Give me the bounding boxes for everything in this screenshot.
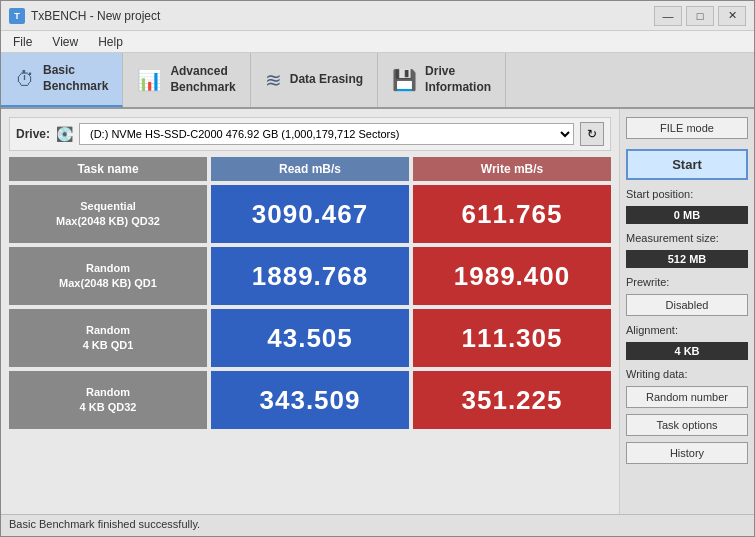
content-area: Drive: 💽 (D:) NVMe HS-SSD-C2000 476.92 G… xyxy=(1,109,754,514)
row2-write: 1989.400 xyxy=(413,247,611,305)
title-bar-left: T TxBENCH - New project xyxy=(9,8,160,24)
menu-file[interactable]: File xyxy=(9,34,36,50)
start-position-label: Start position: xyxy=(626,188,748,200)
title-bar: T TxBENCH - New project — □ ✕ xyxy=(1,1,754,31)
row2-read: 1889.768 xyxy=(211,247,409,305)
sidebar: FILE mode Start Start position: 0 MB Mea… xyxy=(619,109,754,514)
menu-view[interactable]: View xyxy=(48,34,82,50)
data-erasing-label: Data Erasing xyxy=(290,72,363,88)
row1-write: 611.765 xyxy=(413,185,611,243)
row1-name: SequentialMax(2048 KB) QD32 xyxy=(9,185,207,243)
row4-write: 351.225 xyxy=(413,371,611,429)
row3-read: 43.505 xyxy=(211,309,409,367)
basic-benchmark-label: BasicBenchmark xyxy=(43,63,108,94)
benchmark-table: Task name Read mB/s Write mB/s Sequentia… xyxy=(9,157,611,506)
drive-row: Drive: 💽 (D:) NVMe HS-SSD-C2000 476.92 G… xyxy=(9,117,611,151)
measurement-size-label: Measurement size: xyxy=(626,232,748,244)
drive-select[interactable]: (D:) NVMe HS-SSD-C2000 476.92 GB (1,000,… xyxy=(79,123,574,145)
drive-label: Drive: xyxy=(16,127,50,141)
tab-data-erasing[interactable]: ≋ Data Erasing xyxy=(251,53,378,107)
row3-name: Random4 KB QD1 xyxy=(9,309,207,367)
table-header: Task name Read mB/s Write mB/s xyxy=(9,157,611,181)
prewrite-value[interactable]: Disabled xyxy=(626,294,748,316)
app-icon: T xyxy=(9,8,25,24)
task-options-button[interactable]: Task options xyxy=(626,414,748,436)
start-position-value: 0 MB xyxy=(626,206,748,224)
status-text: Basic Benchmark finished successfully. xyxy=(9,518,200,530)
main-window: T TxBENCH - New project — □ ✕ File View … xyxy=(0,0,755,537)
drive-refresh-button[interactable]: ↻ xyxy=(580,122,604,146)
close-button[interactable]: ✕ xyxy=(718,6,746,26)
row4-name: Random4 KB QD32 xyxy=(9,371,207,429)
drive-disk-icon: 💽 xyxy=(56,126,73,142)
history-button[interactable]: History xyxy=(626,442,748,464)
menu-bar: File View Help xyxy=(1,31,754,53)
toolbar: ⏱ BasicBenchmark 📊 AdvancedBenchmark ≋ D… xyxy=(1,53,754,109)
title-controls: — □ ✕ xyxy=(654,6,746,26)
advanced-benchmark-icon: 📊 xyxy=(137,68,162,92)
drive-information-label: DriveInformation xyxy=(425,64,491,95)
header-task-name: Task name xyxy=(9,157,207,181)
table-row: RandomMax(2048 KB) QD1 1889.768 1989.400 xyxy=(9,247,611,305)
menu-help[interactable]: Help xyxy=(94,34,127,50)
writing-data-value[interactable]: Random number xyxy=(626,386,748,408)
row4-read: 343.509 xyxy=(211,371,409,429)
prewrite-label: Prewrite: xyxy=(626,276,748,288)
advanced-benchmark-label: AdvancedBenchmark xyxy=(170,64,235,95)
window-title: TxBENCH - New project xyxy=(31,9,160,23)
tab-advanced-benchmark[interactable]: 📊 AdvancedBenchmark xyxy=(123,53,250,107)
row1-read: 3090.467 xyxy=(211,185,409,243)
row2-name: RandomMax(2048 KB) QD1 xyxy=(9,247,207,305)
tab-basic-benchmark[interactable]: ⏱ BasicBenchmark xyxy=(1,53,123,107)
start-button[interactable]: Start xyxy=(626,149,748,180)
basic-benchmark-icon: ⏱ xyxy=(15,68,35,91)
header-write: Write mB/s xyxy=(413,157,611,181)
measurement-size-value: 512 MB xyxy=(626,250,748,268)
main-area: Drive: 💽 (D:) NVMe HS-SSD-C2000 476.92 G… xyxy=(1,109,619,514)
header-read: Read mB/s xyxy=(211,157,409,181)
table-row: Random4 KB QD32 343.509 351.225 xyxy=(9,371,611,429)
row3-write: 111.305 xyxy=(413,309,611,367)
table-row: SequentialMax(2048 KB) QD32 3090.467 611… xyxy=(9,185,611,243)
file-mode-button[interactable]: FILE mode xyxy=(626,117,748,139)
maximize-button[interactable]: □ xyxy=(686,6,714,26)
table-row: Random4 KB QD1 43.505 111.305 xyxy=(9,309,611,367)
alignment-label: Alignment: xyxy=(626,324,748,336)
status-bar: Basic Benchmark finished successfully. xyxy=(1,514,754,536)
writing-data-label: Writing data: xyxy=(626,368,748,380)
drive-information-icon: 💾 xyxy=(392,68,417,92)
minimize-button[interactable]: — xyxy=(654,6,682,26)
tab-drive-information[interactable]: 💾 DriveInformation xyxy=(378,53,506,107)
alignment-value: 4 KB xyxy=(626,342,748,360)
data-erasing-icon: ≋ xyxy=(265,68,282,92)
